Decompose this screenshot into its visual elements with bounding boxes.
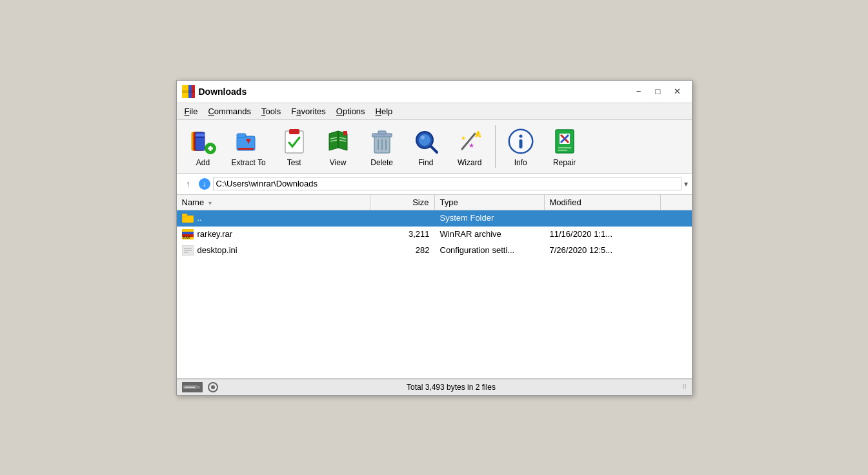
toolbar-view-label: View — [330, 158, 347, 167]
svg-rect-53 — [182, 214, 187, 217]
winrar-window: Downloads − □ ✕ File Commands Tools Favo… — [176, 80, 692, 396]
path-icon: ↓ — [199, 178, 210, 190]
status-bar: Total 3,493 bytes in 2 files ⠿ — [177, 379, 692, 395]
file-icon — [182, 213, 194, 223]
svg-point-39 — [477, 131, 479, 134]
address-bar: ↑ ↓ C:\Users\winrar\Downloads ▾ — [177, 174, 692, 195]
menu-commands[interactable]: Commands — [203, 105, 256, 118]
svg-rect-64 — [185, 387, 195, 388]
menu-file[interactable]: File — [179, 105, 203, 118]
status-icons — [182, 382, 221, 392]
title-bar: Downloads − □ ✕ — [177, 81, 692, 103]
svg-line-34 — [431, 147, 437, 152]
menu-favorites[interactable]: Favorites — [286, 105, 330, 118]
toolbar-repair-label: Repair — [553, 158, 576, 167]
file-list-container: Name ▾ Size Type Modified .. System Fold… — [177, 195, 692, 379]
status-icon-1 — [182, 382, 203, 392]
file-size-cell — [370, 216, 435, 221]
close-button[interactable]: ✕ — [669, 85, 687, 99]
table-row[interactable]: RAR rarkey.rar 3,211 WinRAR archive 11/1… — [177, 227, 692, 243]
view-icon — [323, 126, 354, 157]
svg-rect-3 — [182, 90, 195, 93]
column-name[interactable]: Name ▾ — [177, 195, 370, 210]
sort-indicator: ▾ — [208, 199, 212, 207]
status-text: Total 3,493 bytes in 2 files — [407, 383, 496, 392]
file-modified-cell: 7/26/2020 12:5... — [545, 243, 661, 258]
minimize-button[interactable]: − — [630, 85, 648, 99]
file-size-cell: 282 — [370, 243, 435, 258]
svg-rect-45 — [519, 139, 522, 148]
toolbar-wizard-label: Wizard — [458, 158, 481, 167]
table-row[interactable]: desktop.ini 282 Configuration setti... 7… — [177, 243, 692, 259]
address-path[interactable]: C:\Users\winrar\Downloads — [213, 177, 681, 190]
svg-rect-63 — [197, 386, 200, 389]
svg-rect-12 — [209, 146, 211, 151]
file-rows: .. System Folder RAR rarkey.rar 3,211 Wi… — [177, 210, 692, 378]
toolbar-find-label: Find — [418, 158, 433, 167]
extract-to-icon — [233, 126, 264, 157]
toolbar-extract-button[interactable]: Extract To — [226, 123, 272, 170]
toolbar-test-button[interactable]: Test — [273, 123, 316, 170]
svg-rect-15 — [238, 148, 254, 150]
svg-point-33 — [421, 136, 425, 139]
test-icon — [279, 126, 310, 157]
svg-text:★: ★ — [474, 129, 482, 139]
column-modified[interactable]: Modified — [545, 195, 661, 210]
window-title: Downloads — [199, 86, 247, 97]
toolbar-add-label: Add — [196, 158, 210, 167]
navigate-up-button[interactable]: ↑ — [181, 176, 196, 192]
file-icon — [182, 245, 194, 256]
toolbar-test-label: Test — [287, 158, 301, 167]
file-size-cell: 3,211 — [370, 227, 435, 241]
svg-point-40 — [479, 135, 481, 137]
resize-grip[interactable]: ⠿ — [682, 383, 687, 390]
svg-rect-17 — [285, 131, 303, 153]
toolbar-info-button[interactable]: Info — [500, 123, 542, 170]
address-dropdown-button[interactable]: ▾ — [684, 179, 688, 188]
status-left — [182, 382, 221, 392]
toolbar-view-button[interactable]: View — [317, 123, 359, 170]
toolbar-find-button[interactable]: Find — [405, 123, 447, 170]
svg-point-44 — [519, 134, 522, 137]
toolbar-info-label: Info — [514, 158, 527, 167]
toolbar-separator — [495, 125, 496, 168]
svg-point-41 — [475, 135, 477, 137]
svg-point-66 — [211, 385, 215, 389]
add-icon — [188, 126, 219, 157]
toolbar-add-button[interactable]: Add — [182, 123, 225, 170]
maximize-button[interactable]: □ — [649, 85, 667, 99]
file-name-cell: RAR rarkey.rar — [177, 227, 370, 242]
toolbar-repair-button[interactable]: Repair — [543, 123, 586, 170]
file-type-cell: Configuration setti... — [435, 243, 545, 258]
column-size[interactable]: Size — [370, 195, 435, 210]
status-icon-2 — [205, 382, 221, 392]
svg-text:RAR: RAR — [183, 236, 190, 239]
menu-tools[interactable]: Tools — [256, 105, 286, 118]
table-row[interactable]: .. System Folder — [177, 210, 692, 227]
svg-rect-18 — [289, 129, 299, 134]
wizard-icon: ★ ★ ★ — [454, 126, 485, 157]
title-bar-left: Downloads — [182, 85, 247, 98]
toolbar-delete-label: Delete — [370, 158, 393, 167]
svg-rect-8 — [196, 134, 205, 136]
toolbar-wizard-button[interactable]: ★ ★ ★ Wizard — [449, 123, 491, 170]
svg-rect-9 — [196, 137, 205, 138]
menu-help[interactable]: Help — [370, 105, 398, 118]
delete-icon — [367, 126, 398, 157]
svg-text:★: ★ — [469, 142, 474, 149]
file-name-cell: desktop.ini — [177, 243, 370, 258]
winrar-app-icon — [182, 85, 195, 98]
toolbar-extract-label: Extract To — [232, 158, 266, 167]
repair-icon — [549, 126, 580, 157]
file-icon: RAR — [182, 229, 194, 239]
title-controls: − □ ✕ — [630, 85, 687, 99]
column-type[interactable]: Type — [435, 195, 545, 210]
info-icon — [505, 126, 536, 157]
menu-options[interactable]: Options — [331, 105, 370, 118]
file-modified-cell — [545, 216, 661, 221]
svg-text:★: ★ — [461, 135, 466, 141]
toolbar-delete-button[interactable]: Delete — [361, 123, 403, 170]
find-icon — [410, 126, 441, 157]
svg-point-32 — [419, 134, 430, 146]
column-headers: Name ▾ Size Type Modified — [177, 195, 692, 210]
